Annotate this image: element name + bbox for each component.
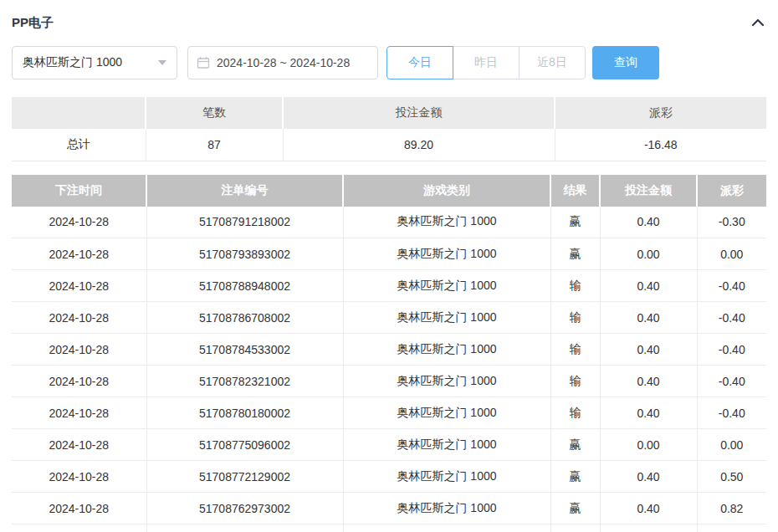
cell-bet-amount: 0.00 bbox=[600, 238, 697, 270]
cell-bet-amount: 0.40 bbox=[600, 366, 697, 397]
cell-bet-amount: 0.40 bbox=[600, 207, 697, 238]
table-row: 2024-10-28 51708780180002 奥林匹斯之门 1000 输 … bbox=[12, 397, 766, 429]
calendar-icon bbox=[197, 56, 210, 69]
cell-payout: 0.00 bbox=[697, 429, 766, 461]
cell-order-id: 51708788948002 bbox=[146, 270, 343, 302]
cell-payout: -0.40 bbox=[697, 302, 766, 334]
cell-order-id: 51708793893002 bbox=[146, 238, 343, 270]
cell-order-id: 51708784533002 bbox=[146, 334, 343, 366]
table-row: 2024-10-28 51708775096002 奥林匹斯之门 1000 赢 … bbox=[12, 429, 766, 461]
cell-result: 赢 bbox=[550, 238, 600, 270]
table-row: 2024-10-28 51708782321002 奥林匹斯之门 1000 输 … bbox=[12, 366, 766, 397]
cell-payout: -0.40 bbox=[697, 366, 766, 397]
table-row: 2024-10-28 51708784533002 奥林匹斯之门 1000 输 … bbox=[12, 334, 766, 366]
cell-payout: -0.40 bbox=[697, 270, 766, 302]
cell-game-type bbox=[343, 524, 550, 532]
date-range-picker[interactable]: 2024-10-28 ~ 2024-10-28 bbox=[187, 46, 378, 79]
cell-game-type: 奥林匹斯之门 1000 bbox=[343, 207, 550, 238]
cell-result: 输 bbox=[550, 366, 600, 397]
cell-payout: -0.40 bbox=[697, 397, 766, 429]
table-row: 2024-10-28 51708791218002 奥林匹斯之门 1000 赢 … bbox=[12, 207, 766, 238]
header-result: 结果 bbox=[550, 175, 600, 207]
cell-order-id: 51708786708002 bbox=[146, 302, 343, 334]
summary-total-row: 总计 87 89.20 -16.48 bbox=[12, 129, 766, 161]
cell-bet-amount bbox=[600, 524, 697, 532]
cell-payout bbox=[697, 524, 766, 532]
cell-game-type: 奥林匹斯之门 1000 bbox=[343, 366, 550, 397]
cell-payout: -0.40 bbox=[697, 334, 766, 366]
caret-down-icon bbox=[158, 60, 166, 65]
cell-game-type: 奥林匹斯之门 1000 bbox=[343, 429, 550, 461]
cell-result: 赢 bbox=[550, 461, 600, 493]
cell-bet-time: 2024-10-28 bbox=[12, 238, 146, 270]
cell-payout: 0.82 bbox=[697, 493, 766, 524]
cell-bet-time bbox=[12, 524, 146, 532]
table-row: 2024-10-28 51708772129002 奥林匹斯之门 1000 赢 … bbox=[12, 461, 766, 493]
today-button[interactable]: 今日 bbox=[386, 46, 453, 79]
table-row: 2024-10-28 51708786708002 奥林匹斯之门 1000 输 … bbox=[12, 302, 766, 334]
chevron-up-icon[interactable] bbox=[750, 14, 766, 31]
cell-bet-amount: 0.40 bbox=[600, 461, 697, 493]
cell-bet-amount: 0.00 bbox=[600, 429, 697, 461]
cell-result: 赢 bbox=[550, 429, 600, 461]
game-select[interactable]: 奥林匹斯之门 1000 bbox=[12, 46, 177, 79]
cell-payout: 0.50 bbox=[697, 461, 766, 493]
quick-range-group: 今日 昨日 近8日 bbox=[386, 46, 586, 79]
summary-total-label: 总计 bbox=[12, 129, 146, 161]
query-button[interactable]: 查询 bbox=[592, 46, 659, 79]
cell-bet-time: 2024-10-28 bbox=[12, 493, 146, 524]
summary-header-blank bbox=[12, 97, 146, 129]
header-payout: 派彩 bbox=[697, 175, 766, 207]
cell-bet-amount: 0.40 bbox=[600, 493, 697, 524]
cell-bet-time: 2024-10-28 bbox=[12, 207, 146, 238]
summary-total-bet-amount: 89.20 bbox=[283, 129, 555, 161]
filter-bar: 奥林匹斯之门 1000 2024-10-28 ~ 2024-10-28 今日 昨… bbox=[12, 46, 766, 79]
cell-game-type: 奥林匹斯之门 1000 bbox=[343, 302, 550, 334]
cell-result: 输 bbox=[550, 334, 600, 366]
cell-bet-amount: 0.40 bbox=[600, 334, 697, 366]
date-range-value: 2024-10-28 ~ 2024-10-28 bbox=[217, 56, 350, 69]
header-order-id: 注单编号 bbox=[146, 175, 343, 207]
summary-header-payout: 派彩 bbox=[555, 97, 766, 129]
yesterday-button[interactable]: 昨日 bbox=[453, 46, 520, 79]
records-header-row: 下注时间 注单编号 游戏类别 结果 投注金额 派彩 bbox=[12, 175, 766, 207]
summary-total-count: 87 bbox=[146, 129, 283, 161]
summary-header-row: 笔数 投注金额 派彩 bbox=[12, 97, 766, 129]
cell-result: 输 bbox=[550, 397, 600, 429]
cell-result: 赢 bbox=[550, 207, 600, 238]
page-title: PP电子 bbox=[12, 15, 54, 31]
cell-game-type: 奥林匹斯之门 1000 bbox=[343, 397, 550, 429]
summary-header-count: 笔数 bbox=[146, 97, 283, 129]
cell-bet-amount: 0.40 bbox=[600, 302, 697, 334]
header-game-type: 游戏类别 bbox=[343, 175, 550, 207]
table-row: 2024-10-28 51708788948002 奥林匹斯之门 1000 输 … bbox=[12, 270, 766, 302]
cell-payout: -0.30 bbox=[697, 207, 766, 238]
cell-result bbox=[550, 524, 600, 532]
cell-bet-time: 2024-10-28 bbox=[12, 461, 146, 493]
panel-header: PP电子 bbox=[12, 13, 766, 32]
game-select-value: 奥林匹斯之门 1000 bbox=[23, 55, 122, 70]
cell-order-id: 51708772129002 bbox=[146, 461, 343, 493]
summary-header-bet-amount: 投注金额 bbox=[283, 97, 555, 129]
table-row-partial bbox=[12, 524, 766, 532]
cell-order-id: 51708762973002 bbox=[146, 493, 343, 524]
cell-order-id: 51708782321002 bbox=[146, 366, 343, 397]
summary-total-payout: -16.48 bbox=[555, 129, 766, 161]
cell-result: 输 bbox=[550, 302, 600, 334]
cell-bet-time: 2024-10-28 bbox=[12, 334, 146, 366]
table-row: 2024-10-28 51708762973002 奥林匹斯之门 1000 赢 … bbox=[12, 493, 766, 524]
cell-bet-time: 2024-10-28 bbox=[12, 366, 146, 397]
last-8-days-button[interactable]: 近8日 bbox=[519, 46, 586, 79]
cell-bet-amount: 0.40 bbox=[600, 397, 697, 429]
cell-order-id: 51708775096002 bbox=[146, 429, 343, 461]
cell-result: 赢 bbox=[550, 493, 600, 524]
cell-bet-time: 2024-10-28 bbox=[12, 302, 146, 334]
cell-bet-time: 2024-10-28 bbox=[12, 429, 146, 461]
table-row: 2024-10-28 51708793893002 奥林匹斯之门 1000 赢 … bbox=[12, 238, 766, 270]
cell-order-id bbox=[146, 524, 343, 532]
header-bet-time: 下注时间 bbox=[12, 175, 146, 207]
cell-game-type: 奥林匹斯之门 1000 bbox=[343, 461, 550, 493]
cell-game-type: 奥林匹斯之门 1000 bbox=[343, 493, 550, 524]
cell-game-type: 奥林匹斯之门 1000 bbox=[343, 238, 550, 270]
header-bet-amount: 投注金额 bbox=[600, 175, 697, 207]
